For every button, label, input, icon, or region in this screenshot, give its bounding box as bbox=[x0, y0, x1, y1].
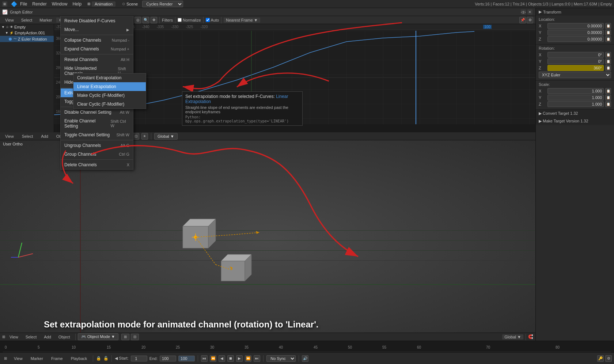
render-engine-select[interactable]: Cycles Render Blender Render bbox=[142, 1, 183, 7]
vp-wire-icon[interactable]: ⊡ bbox=[133, 133, 139, 140]
tree-item-empty[interactable]: ▼ ☆ 👁 Empty bbox=[0, 24, 54, 30]
location-y-value[interactable]: 0.00000 bbox=[547, 30, 604, 35]
scale-z-copy[interactable]: 📋 bbox=[605, 101, 611, 107]
location-x-value[interactable]: 0.00000 bbox=[547, 23, 604, 29]
scale-y-value[interactable]: 1.000 bbox=[547, 95, 604, 101]
menu-ungroup[interactable]: Ungroup Channels Alt G bbox=[61, 141, 133, 150]
filters-label[interactable]: Filters bbox=[162, 18, 173, 22]
vp-tab-add[interactable]: Add bbox=[38, 134, 51, 139]
menu-reveal[interactable]: Reveal Channels Alt H bbox=[61, 55, 133, 64]
layout-label[interactable]: Animation bbox=[92, 1, 115, 7]
vp-tab-view[interactable]: View bbox=[2, 134, 17, 139]
menu-group[interactable]: Group Channels Ctrl G bbox=[61, 150, 133, 159]
scale-z-label: Z bbox=[539, 102, 546, 106]
scale-z-value[interactable]: 1.000 bbox=[547, 101, 604, 107]
tree-item-action[interactable]: ▼ ⚡ EmptyAction.001 bbox=[0, 30, 54, 36]
svg-text:20: 20 bbox=[141, 345, 146, 349]
tree-item-z-rotation[interactable]: 〜 Z Euler Rotation bbox=[0, 36, 54, 42]
vp-status-object[interactable]: Object bbox=[56, 334, 73, 340]
global-btn[interactable]: Global ▼ bbox=[502, 334, 523, 340]
menu-delete[interactable]: Delete Channels X bbox=[61, 160, 133, 169]
location-x-copy[interactable]: 📋 bbox=[605, 23, 611, 29]
menu-disable-setting[interactable]: Disable Channel Setting Alt W bbox=[61, 108, 133, 117]
vp-status-add[interactable]: Add bbox=[41, 334, 54, 340]
skip-start-btn[interactable]: ⏮ bbox=[201, 355, 208, 362]
scale-x-value[interactable]: 1.000 bbox=[547, 88, 604, 94]
layer-btn[interactable]: ⊞ bbox=[121, 334, 129, 340]
auto-check-input[interactable] bbox=[206, 18, 210, 22]
rotation-y-value[interactable]: 0° bbox=[547, 58, 604, 64]
icon-zoom[interactable]: 🔍 bbox=[143, 17, 149, 23]
skip-end-btn[interactable]: ⏭ bbox=[254, 355, 260, 362]
transform-header[interactable]: ▶ Transform bbox=[536, 8, 614, 16]
sub-clear-cyclic[interactable]: Clear Cyclic (F-Modifier) bbox=[73, 100, 146, 109]
rotation-y-copy[interactable]: 📋 bbox=[605, 58, 611, 64]
settings-icon[interactable]: ⚙ bbox=[605, 355, 612, 362]
menu-enable-setting[interactable]: Enable Channel Setting Shift Ctrl W bbox=[61, 117, 133, 130]
window-icon[interactable]: ⊞ bbox=[2, 1, 7, 7]
location-z-copy[interactable]: 📋 bbox=[605, 36, 611, 42]
normalize-checkbox[interactable]: Normalize bbox=[178, 18, 201, 22]
menu-revive-disabled[interactable]: Revive Disabled F-Curves bbox=[61, 16, 133, 25]
snap-select[interactable]: Nearest Frame ▼ bbox=[224, 18, 260, 23]
tl-view[interactable]: View bbox=[11, 356, 26, 361]
menu-window[interactable]: Window bbox=[52, 1, 68, 7]
stop-btn[interactable]: ⏹ bbox=[227, 355, 234, 362]
rotation-x-copy[interactable]: 📋 bbox=[605, 52, 611, 58]
menu-expand[interactable]: Expand Channels Numpad + bbox=[61, 45, 133, 53]
tl-frame[interactable]: Frame bbox=[48, 356, 66, 361]
sync-select[interactable]: No Sync Frame Drop AV-sync bbox=[266, 355, 296, 362]
current-frame-input[interactable] bbox=[178, 356, 195, 361]
tab-view[interactable]: View bbox=[2, 18, 17, 23]
scale-x-copy[interactable]: 📋 bbox=[605, 88, 611, 94]
menu-collapse[interactable]: Collapse Channels Numpad - bbox=[61, 36, 133, 45]
icon-move[interactable]: ✥ bbox=[151, 17, 157, 23]
start-frame-input[interactable] bbox=[131, 356, 147, 361]
tl-playback[interactable]: Playback bbox=[68, 356, 90, 361]
audio-icon[interactable]: 🔊 bbox=[302, 355, 308, 362]
location-z-value[interactable]: 0.00000 bbox=[547, 36, 604, 42]
auto-checkbox[interactable]: Auto bbox=[206, 18, 219, 22]
menu-help[interactable]: Help bbox=[72, 1, 82, 7]
scale-y-copy[interactable]: 📋 bbox=[605, 95, 611, 101]
svg-text:50: 50 bbox=[348, 345, 352, 349]
vp-status-select[interactable]: Select bbox=[23, 334, 40, 340]
menu-file[interactable]: File bbox=[20, 1, 27, 7]
rotation-x-value[interactable]: 0° bbox=[547, 52, 604, 58]
menu-render[interactable]: Render bbox=[32, 1, 46, 7]
ge-close-btn[interactable]: ✕ bbox=[527, 10, 532, 15]
play-reverse-btn[interactable]: ◀ bbox=[219, 355, 225, 362]
tl-marker[interactable]: Marker bbox=[28, 356, 46, 361]
prev-frame-btn[interactable]: ⏪ bbox=[210, 355, 216, 362]
vp-render-icon[interactable]: ☀ bbox=[141, 133, 148, 140]
ge-collapse-btn[interactable]: ◁▷ bbox=[521, 10, 526, 15]
icon-settings[interactable]: ⚙ bbox=[527, 17, 533, 23]
vp-tab-select[interactable]: Select bbox=[19, 134, 36, 139]
vp-status-view[interactable]: View bbox=[7, 334, 21, 340]
location-y-copy[interactable]: 📋 bbox=[605, 30, 611, 35]
end-frame-input[interactable] bbox=[160, 356, 176, 361]
scale-title: Scale: bbox=[539, 82, 611, 87]
rotation-mode-select[interactable]: XYZ Euler bbox=[539, 72, 611, 78]
menu-toggle-setting[interactable]: Toggle Channel Setting Shift W bbox=[61, 130, 133, 139]
icon-lasso[interactable]: ◎ bbox=[134, 17, 141, 23]
convert-target-header[interactable]: ▶ Convert Target 1.32 bbox=[536, 110, 614, 117]
sub-constant[interactable]: Constant Extrapolation bbox=[73, 73, 146, 82]
sub-make-cyclic[interactable]: Make Cyclic (F-Modifier) bbox=[73, 91, 146, 100]
vp-mode-btn2[interactable]: 🎮 Object Mode ▼ bbox=[78, 333, 118, 340]
next-frame-btn[interactable]: ⏩ bbox=[245, 355, 251, 362]
rotation-z-copy[interactable]: 📋 bbox=[605, 65, 611, 71]
layer-btn2[interactable]: ⊟ bbox=[131, 334, 139, 340]
snap-icon[interactable]: 🧲 bbox=[528, 334, 533, 339]
icon-pin[interactable]: 📌 bbox=[519, 17, 526, 23]
rotation-z-value[interactable]: 360° bbox=[547, 65, 604, 71]
keyframe-icon[interactable]: 🔑 bbox=[597, 355, 604, 362]
play-btn[interactable]: ▶ bbox=[236, 355, 243, 362]
sub-linear[interactable]: Linear Extrapolation bbox=[73, 82, 146, 91]
global-label[interactable]: Global ▼ bbox=[154, 133, 178, 140]
menu-move[interactable]: Move... ▶ bbox=[61, 25, 133, 34]
normalize-check-input[interactable] bbox=[178, 18, 182, 22]
make-target-header[interactable]: ▶ Make Target Version 1.32 bbox=[536, 117, 614, 125]
tab-select[interactable]: Select bbox=[18, 18, 35, 23]
tab-marker[interactable]: Marker bbox=[37, 18, 55, 23]
